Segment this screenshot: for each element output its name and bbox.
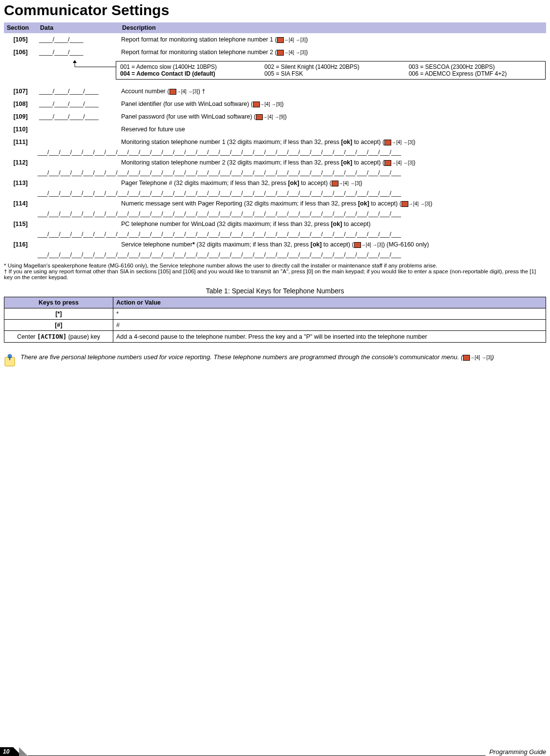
ref-arrows: →[4] →[9] — [260, 102, 282, 107]
desc-114: Numeric message sent with Pager Reportin… — [119, 197, 546, 210]
row-116-digits: ___/___/___/___/___/___/___/___/___/___/… — [4, 251, 546, 259]
key-action-c: (pause) key — [66, 333, 100, 340]
section-107: [107] — [4, 85, 37, 98]
digits-114: ___/___/___/___/___/___/___/___/___/___/… — [37, 210, 546, 218]
desc-106: Report format for monitoring station tel… — [119, 46, 546, 59]
ref-arrows: →[4] →[3] — [338, 181, 360, 186]
page-title: Communicator Settings — [4, 2, 546, 19]
tail: ) — [430, 200, 432, 207]
ref-arrows: →[4] →[3] — [361, 242, 383, 247]
ref-arrows: →[4] →[3] — [391, 160, 413, 165]
data-110 — [37, 123, 119, 136]
desc-text-b: to accept) ( — [299, 180, 332, 186]
tail: ) — [360, 180, 362, 186]
desc-108: Panel identifier (for use with WinLoad s… — [119, 98, 546, 110]
ref-arrows: →[4] →[9] — [263, 114, 285, 120]
section-114: [114] — [4, 197, 37, 210]
row-106: [106] ____/____/____ Report format for m… — [4, 46, 546, 59]
desc-text: Panel identifier (for use with WinLoad s… — [121, 101, 253, 107]
footnotes: * Using Magellan's speakerphone feature … — [4, 263, 546, 280]
desc-text-a: Monitoring station telephone number 2 (3… — [121, 159, 341, 166]
ok-key: [ok] — [311, 241, 322, 248]
key-action-a: Center — [17, 333, 37, 340]
key-star: [*] — [4, 308, 113, 320]
desc-text-b: (32 digits maximum; if less than 32, pre… — [195, 241, 311, 248]
fmt-006: 006 = ADEMCO Express (DTMF 4+2) — [409, 70, 541, 77]
desc-text-c: to accept) ( — [322, 241, 354, 248]
format-box-row: 001 = Ademco slow (1400Hz 10BPS) 004 = A… — [4, 59, 546, 85]
desc-text: Panel password (for use with WinLoad sof… — [121, 113, 256, 120]
row-110: [110] Reserved for future use — [4, 123, 546, 136]
book-icon — [169, 89, 176, 95]
row-116: [116] Service telephone number* (32 digi… — [4, 238, 546, 251]
special-keys-table: Keys to press Action or Value [*] * [#] … — [4, 297, 546, 343]
desc-text-a: Service telephone number — [121, 241, 192, 248]
key-hash: [#] — [4, 320, 113, 331]
book-icon — [253, 102, 260, 107]
val-action: Add a 4-second pause to the telephone nu… — [113, 331, 546, 343]
book-icon — [402, 201, 408, 207]
row-111-digits: ___/___/___/___/___/___/___/___/___/___/… — [4, 148, 546, 156]
key-action: Center [ACTION] (pause) key — [4, 331, 113, 343]
ref-arrows: →[4] →[3] — [284, 50, 306, 55]
ref-arrows: →[4] →[3] — [391, 140, 413, 145]
book-icon — [354, 242, 361, 248]
ok-key: [ok] — [331, 221, 342, 227]
row-111: [111] Monitoring station telephone numbe… — [4, 136, 546, 148]
ref-arrows: →[4] →[3] — [408, 201, 430, 206]
footnote-star: * Using Magellan's speakerphone feature … — [4, 263, 546, 268]
key-action-b: [ACTION] — [37, 333, 66, 340]
digits-116: ___/___/___/___/___/___/___/___/___/___/… — [37, 251, 546, 259]
col-data: Data — [37, 22, 119, 33]
arrow-icon — [72, 60, 116, 69]
col-description: Description — [119, 22, 546, 33]
section-115: [115] — [4, 218, 37, 230]
footnote-dagger: † If you are using any report format oth… — [4, 268, 546, 280]
desc-107: Account number (→[4] →[3]) † — [119, 85, 546, 98]
th-action: Action or Value — [113, 297, 546, 308]
digits-112: ___/___/___/___/___/___/___/___/___/___/… — [37, 169, 546, 177]
section-106: [106] — [4, 46, 37, 59]
book-icon — [256, 114, 263, 120]
table1-caption: Table 1: Special Keys for Telephone Numb… — [4, 287, 546, 295]
tail: ) — [306, 36, 308, 43]
book-icon — [384, 160, 391, 166]
book-icon — [332, 181, 338, 186]
section-108: [108] — [4, 98, 37, 110]
tail: ) — [413, 159, 415, 166]
row-112: [112] Monitoring station telephone numbe… — [4, 156, 546, 169]
desc-text-a: Pager Telephone # (32 digits maximum; if… — [121, 180, 288, 186]
ref-arrows: →[4] →[3] — [470, 355, 492, 360]
row-115-digits: ___/___/___/___/___/___/___/___/___/___/… — [4, 230, 546, 238]
svg-marker-2 — [73, 60, 77, 63]
data-105: ____/____/____ — [37, 33, 119, 46]
row-109: [109] ____/____/____/____ Panel password… — [4, 110, 546, 123]
report-format-box: 001 = Ademco slow (1400Hz 10BPS) 004 = A… — [116, 61, 546, 80]
digits-113: ___/___/___/___/___/___/___/___/___/___/… — [37, 189, 546, 197]
col-section: Section — [4, 22, 37, 33]
tail: ) — [306, 49, 308, 56]
row-107: [107] ____/____/____/____ Account number… — [4, 85, 546, 98]
desc-text-a: Monitoring station telephone number 1 (3… — [121, 139, 341, 145]
section-112: [112] — [4, 156, 37, 169]
book-icon — [384, 140, 391, 145]
row-113-digits: ___/___/___/___/___/___/___/___/___/___/… — [4, 189, 546, 197]
tail: ) — [282, 101, 284, 107]
digits-115: ___/___/___/___/___/___/___/___/___/___/… — [37, 230, 546, 238]
section-116: [116] — [4, 238, 37, 251]
section-111: [111] — [4, 136, 37, 148]
desc-116: Service telephone number* (32 digits max… — [119, 238, 546, 251]
ok-key: [ok] — [341, 139, 352, 145]
fmt-004: 004 = Ademco Contact ID (default) — [120, 70, 253, 77]
desc-text: Report format for monitoring station tel… — [121, 49, 277, 56]
settings-table: Section Data Description [105] ____/____… — [4, 22, 546, 259]
desc-text-b: to accept) ( — [352, 139, 384, 145]
ref-arrows: →[4] →[3] — [284, 37, 306, 42]
row-114: [114] Numeric message sent with Pager Re… — [4, 197, 546, 210]
desc-text: Report format for monitoring station tel… — [121, 36, 277, 43]
data-106: ____/____/____ — [37, 46, 119, 59]
desc-text-b: to accept) ( — [369, 200, 402, 207]
desc-text: Account number ( — [121, 88, 169, 95]
desc-111: Monitoring station telephone number 1 (3… — [119, 136, 546, 148]
ref-arrows: →[4] →[3] — [176, 89, 198, 94]
